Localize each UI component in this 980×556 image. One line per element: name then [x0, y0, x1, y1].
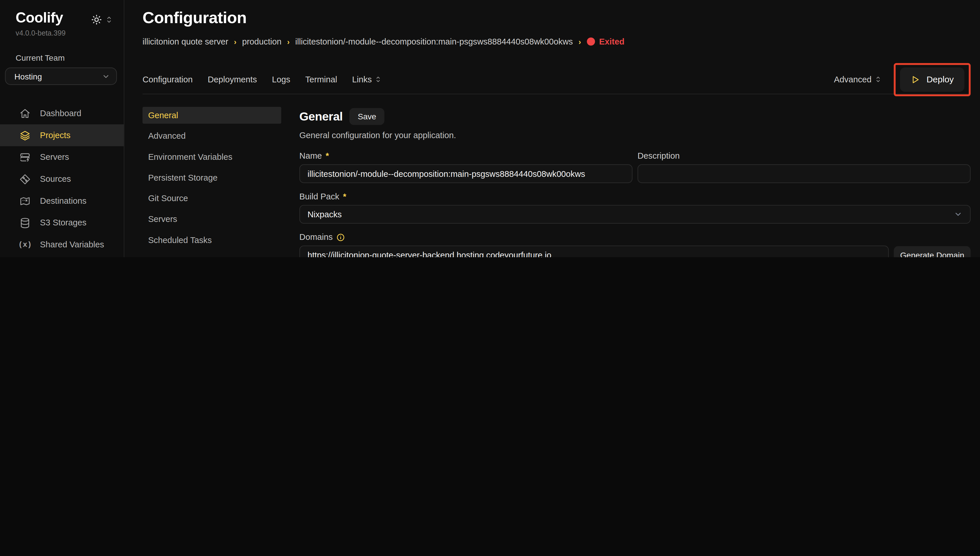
subnav-item-git-source[interactable]: Git Source [142, 190, 281, 207]
sidebar-item-label: Projects [40, 131, 70, 140]
tab-links[interactable]: Links [352, 74, 381, 84]
sidebar-item-label: S3 Storages [40, 218, 86, 228]
description-label: Description [637, 151, 680, 160]
git-source-icon [19, 173, 31, 185]
name-input[interactable] [299, 165, 632, 183]
sidebar-item-label: Dashboard [40, 109, 81, 118]
breadcrumb-project[interactable]: illicitonion quote server [142, 37, 228, 46]
subnav-item-scheduled-tasks[interactable]: Scheduled Tasks [142, 232, 281, 249]
advanced-dropdown[interactable]: Advanced [834, 74, 881, 84]
build-pack-label: Build Pack [299, 192, 340, 201]
chevron-down-icon [102, 72, 110, 80]
chevron-down-icon [954, 210, 962, 218]
subnav-item-servers[interactable]: Servers [142, 211, 281, 228]
map-icon [19, 196, 31, 207]
coolify-app: Coolify v4.0.0-beta.399 Current Team Hos… [0, 0, 980, 257]
tab-links-label: Links [352, 74, 372, 84]
play-icon [911, 74, 920, 84]
main-area: Configuration illicitonion quote server … [124, 0, 980, 257]
breadcrumb-separator: › [287, 37, 289, 46]
breadcrumb: illicitonion quote server › production ›… [142, 37, 971, 46]
sidebar-item-notifications[interactable]: Notifications [0, 255, 124, 257]
layers-icon [19, 130, 31, 141]
sidebar-item-label: Shared Variables [40, 240, 104, 249]
server-icon [19, 152, 31, 163]
tabs: Configuration Deployments Logs Terminal … [142, 74, 381, 84]
chevron-updown-icon [875, 76, 882, 83]
home-icon [19, 108, 31, 119]
sidebar-item-label: Servers [40, 153, 69, 162]
build-pack-value: Nixpacks [307, 210, 342, 219]
description-input[interactable] [637, 165, 970, 183]
breadcrumb-environment[interactable]: production [242, 37, 281, 46]
app-version: v4.0.0-beta.399 [0, 26, 124, 37]
chevron-updown-icon [105, 16, 112, 24]
theme-switcher[interactable] [91, 15, 113, 25]
database-icon [19, 217, 31, 228]
variable-icon: (x) [19, 239, 31, 250]
sidebar-item-label: Destinations [40, 196, 86, 205]
domains-input[interactable] [299, 246, 889, 257]
deploy-annotation-box: Deploy [894, 63, 971, 96]
advanced-label: Advanced [834, 74, 872, 84]
status-dot-icon [587, 37, 595, 46]
deploy-label: Deploy [927, 74, 954, 84]
current-team-label: Current Team [0, 37, 124, 68]
subnav-item-persistent-storage[interactable]: Persistent Storage [142, 169, 281, 186]
chevron-updown-icon [375, 76, 381, 83]
sidebar-item-sources[interactable]: Sources [0, 168, 124, 190]
status-badge: Exited [587, 37, 624, 46]
general-heading: General [299, 110, 343, 123]
tab-terminal[interactable]: Terminal [305, 74, 337, 84]
tab-configuration[interactable]: Configuration [142, 74, 193, 84]
tabs-row: Configuration Deployments Logs Terminal … [142, 65, 971, 94]
sidebar-nav: Dashboard Projects Servers Sources Desti… [0, 103, 124, 257]
general-subtitle: General configuration for your applicati… [299, 131, 971, 140]
general-form: General Save General configuration for y… [299, 108, 971, 257]
tab-logs[interactable]: Logs [272, 74, 290, 84]
breadcrumb-separator: › [579, 37, 581, 46]
sidebar-item-servers[interactable]: Servers [0, 146, 124, 168]
breadcrumb-separator: › [234, 37, 236, 46]
tab-deployments[interactable]: Deployments [207, 74, 257, 84]
required-asterisk: * [343, 192, 346, 201]
domains-label: Domains [299, 232, 333, 242]
config-subnav: General Advanced Environment Variables P… [142, 107, 281, 257]
subnav-item-webhooks[interactable]: Webhooks [142, 252, 281, 257]
sidebar-item-destinations[interactable]: Destinations [0, 190, 124, 212]
page-title: Configuration [142, 0, 971, 27]
generate-domain-button[interactable]: Generate Domain [894, 246, 971, 257]
breadcrumb-resource[interactable]: illicitestonion/-module--decomposition:m… [295, 37, 572, 46]
name-label: Name [299, 151, 322, 160]
team-select-value: Hosting [15, 72, 42, 81]
required-asterisk: * [325, 151, 329, 160]
sidebar: Coolify v4.0.0-beta.399 Current Team Hos… [0, 0, 124, 257]
deploy-button[interactable]: Deploy [900, 67, 964, 91]
sun-icon [91, 15, 102, 25]
status-label: Exited [599, 37, 625, 46]
info-icon[interactable] [336, 233, 345, 241]
subnav-item-environment-variables[interactable]: Environment Variables [142, 149, 281, 165]
sidebar-item-dashboard[interactable]: Dashboard [0, 103, 124, 124]
sidebar-item-s3-storages[interactable]: S3 Storages [0, 212, 124, 234]
subnav-item-general[interactable]: General [142, 107, 281, 124]
save-button[interactable]: Save [349, 108, 384, 125]
sidebar-item-projects[interactable]: Projects [0, 124, 124, 146]
app-logo[interactable]: Coolify [16, 9, 63, 26]
build-pack-select[interactable]: Nixpacks [299, 205, 971, 224]
team-select[interactable]: Hosting [5, 67, 117, 85]
sidebar-item-shared-variables[interactable]: (x) Shared Variables [0, 234, 124, 256]
subnav-item-advanced[interactable]: Advanced [142, 128, 281, 144]
sidebar-item-label: Sources [40, 174, 71, 184]
